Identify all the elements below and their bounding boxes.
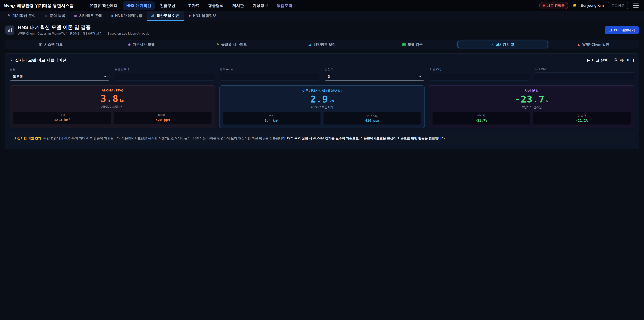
tab-realtime-comparison[interactable]: ⚡ 실시간 비교 [458, 41, 548, 48]
card-value-row: 2.9km [223, 94, 421, 104]
card-unit: % [546, 99, 548, 103]
sst-input[interactable] [535, 72, 634, 80]
sst-label: SST (°C) [535, 67, 634, 71]
subtab-hns-substance-info[interactable]: ◈ HNS 물질정보 [184, 11, 221, 21]
card-value-row: -23.7% [432, 94, 630, 104]
control-spill-volume: 유출량 (kL) [115, 67, 214, 81]
run-comparison-button[interactable]: ▶ 비교 실행 [587, 58, 608, 63]
card-value: 3.8 [100, 93, 118, 104]
air-temp-label: 기온 (°C) [430, 67, 529, 71]
main-menu: 유출유 확산예측 HNS·대기확산 긴급구난 보고자료 항공탐색 게시판 기상정… [86, 1, 539, 10]
subtab-diffusion-model-theory[interactable]: 확산모델 이론 [147, 11, 184, 21]
card-title: 이문진박사모델 (해양보정) [223, 89, 421, 93]
subtab-label: 대기확산 분석 [12, 13, 36, 18]
note-lead: 실시간 비교 결과: [17, 137, 42, 140]
stat-label: 면적차 [434, 114, 529, 117]
substance-icon: ◈ [188, 14, 191, 17]
tab-substance-scenarios[interactable]: ✎ 물질별 시나리오 [186, 41, 277, 48]
card-unit: km [120, 98, 124, 103]
subtab-hns-manual[interactable]: ▮ HNS 대응매뉴얼 [107, 11, 147, 21]
gaussian-icon: ◉ [128, 43, 131, 46]
rocket-icon: ▲ [577, 43, 580, 46]
nav-item-weather[interactable]: 기상정보 [249, 1, 272, 10]
nav-item-emergency-rescue[interactable]: 긴급구난 [156, 1, 179, 10]
pencil-icon: ✎ [8, 14, 10, 17]
stat-value: 8.4 km² [224, 119, 319, 123]
nav-item-reports[interactable]: 보고자료 [180, 1, 203, 10]
card-title: ALOHA (EPA) [14, 89, 212, 92]
play-icon: ▶ [587, 58, 590, 62]
card-value: -23.7 [515, 94, 545, 105]
subtab-analysis-list[interactable]: ▤ 분석 목록 [40, 11, 70, 21]
tab-marine-correction[interactable]: ☁ 해양환경 보정 [277, 41, 367, 48]
stat-value: -31.7% [434, 119, 529, 123]
substance-select[interactable]: 톨루엔 [10, 73, 109, 81]
hamburger-menu-icon[interactable] [632, 2, 640, 9]
nav-item-hns-atmospheric[interactable]: HNS·대기확산 [122, 1, 155, 10]
tab-label: 가우시안 모델 [133, 42, 155, 47]
difference-analysis-card: 차이 분석 -23.7% 도달거리 감소율 면적차 -31.7% 농도차 -21… [429, 85, 634, 128]
stat-area: 면적 8.4 km² [223, 112, 320, 125]
stat-label: 면적 [224, 114, 319, 117]
brand[interactable]: Wing 해양환경 위기대응 통합시스템 [4, 3, 74, 9]
page-header-text: HNS 대기확산 모델 이론 및 검증 WRF-Chem · Gaussian … [18, 25, 149, 36]
parameters-label: 파라미터 [620, 58, 634, 63]
tab-label: 실시간 비교 [496, 42, 514, 47]
stat-label: 면적 [15, 113, 110, 117]
simulation-controls: 물질 톨루엔 유출량 (kL) 풍속 (m/s) 안정도 D [10, 67, 634, 81]
stat-label: 농도차 [534, 114, 629, 117]
parameters-button[interactable]: 파라미터 [614, 58, 634, 63]
card-caption: AEGL-2 도달거리 [14, 105, 212, 109]
logout-button[interactable]: 로그아웃 [608, 2, 628, 9]
list-icon: ▤ [44, 14, 48, 17]
control-wind-speed: 풍속 (m/s) [220, 67, 319, 81]
stat-label: 최대농도 [325, 114, 420, 117]
card-caption: 도달거리 감소율 [432, 105, 630, 109]
substance-label: 물질 [10, 67, 109, 71]
tab-model-validation[interactable]: ✓ 모델 검증 [367, 41, 458, 48]
tab-label: WRF-Chem 발전 [582, 42, 609, 47]
stability-select[interactable]: D [325, 73, 424, 81]
page-header: HNS 대기확산 모델 이론 및 검증 WRF-Chem · Gaussian … [0, 21, 644, 39]
card-caption: AEGL-2 도달거리 [223, 105, 421, 109]
user-name: Eunjeong Kim [581, 3, 604, 8]
nav-item-board[interactable]: 게시판 [228, 1, 248, 10]
topnav-right: 사고 진행중 Eunjeong Kim 로그아웃 [539, 2, 640, 9]
nav-item-oil-spill[interactable]: 유출유 확산예측 [86, 1, 121, 10]
chevron-down-icon [103, 75, 106, 78]
control-air-temp: 기온 (°C) [430, 67, 529, 81]
stat-max-concentration: 최대농도 520 ppm [114, 112, 212, 124]
tab-gaussian-model[interactable]: ◉ 가우시안 모델 [96, 41, 186, 48]
spill-volume-input[interactable] [115, 73, 214, 81]
panel-title-text: 실시간 모델 비교 시뮬레이션 [15, 58, 66, 63]
aloha-result-card: ALOHA (EPA) 3.8km AEGL-2 도달거리 면적 12.3 km… [10, 85, 215, 128]
app-title: 해양환경 위기대응 통합시스템 [17, 3, 74, 9]
panel-title: ⚡ 실시간 모델 비교 시뮬레이션 [10, 58, 66, 63]
stat-label: 최대농도 [116, 113, 210, 117]
notification-bell-icon[interactable] [572, 3, 577, 8]
subtab-atmospheric-analysis[interactable]: ✎ 대기확산 분석 [3, 11, 40, 21]
nav-item-aerial-search[interactable]: 항공탐색 [204, 1, 227, 10]
stat-concentration-difference: 농도차 -21.2% [533, 112, 630, 125]
pdf-export-button[interactable]: PDF 내보내기 [605, 26, 639, 34]
subtab-label: 시나리오 관리 [79, 13, 102, 18]
tab-wrf-chem[interactable]: ▲ WRF-Chem 발전 [548, 41, 638, 48]
tab-label: 해양환경 보정 [314, 42, 336, 47]
realtime-comparison-panel: ⚡ 실시간 모델 비교 시뮬레이션 ▶ 비교 실행 파라미터 물질 [5, 53, 639, 149]
nav-item-integrated-search[interactable]: 통합조회 [273, 1, 296, 10]
air-temp-input[interactable] [430, 73, 529, 81]
stat-value: 12.3 km² [15, 118, 110, 122]
tab-label: 물질별 시나리오 [221, 42, 247, 47]
panel-actions: ▶ 비교 실행 파라미터 [587, 58, 634, 63]
system-icon: ▣ [39, 43, 42, 46]
card-unit: km [330, 99, 334, 103]
wind-speed-input[interactable] [220, 73, 319, 81]
substance-select-value: 톨루엔 [13, 74, 23, 79]
cloud-icon: ☁ [308, 43, 312, 46]
result-cards: ALOHA (EPA) 3.8km AEGL-2 도달거리 면적 12.3 km… [10, 85, 634, 128]
control-stability: 안정도 D [325, 67, 424, 81]
subtab-scenario-management[interactable]: ▦ 시나리오 관리 [70, 11, 107, 21]
page-title: HNS 대기확산 모델 이론 및 검증 [18, 25, 149, 30]
tab-system-overview[interactable]: ▣ 시스템 개요 [6, 41, 96, 48]
comparison-result-note: ⚡ 실시간 비교 결과: 해양 환경에서 ALOHA의 과대 예측 경향이 확인… [10, 133, 634, 144]
